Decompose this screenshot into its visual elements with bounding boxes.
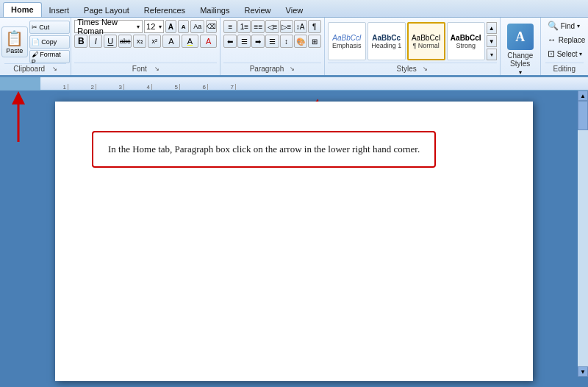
editing-section-label: Editing (545, 63, 584, 73)
numbering-button[interactable]: 1≡ (237, 20, 251, 33)
clipboard-expand-arrow[interactable]: ↘ (52, 65, 57, 72)
document-page: In the Home tab, Paragraph box click on … (55, 102, 533, 381)
subscript-button[interactable]: x₂ (133, 35, 146, 48)
copy-button[interactable]: 📄 Copy (29, 35, 70, 49)
styles-section-label: Styles↘ (328, 63, 497, 73)
app-window: Home Insert Page Layout References Maili… (0, 0, 588, 387)
gallery-expand-button[interactable]: ▾ (487, 49, 497, 60)
highlight-button[interactable]: A (182, 35, 198, 48)
clipboard-tools: 📋 Paste ✂ Cut 📄 Copy 🖌 Format P... (1, 20, 70, 63)
scrollbar-up-button[interactable]: ▲ (578, 90, 588, 101)
styles-section: AaBbCcl Emphasis AaBbCc Heading 1 AaBbCc… (325, 18, 501, 75)
decrease-indent-button[interactable]: ◁≡ (265, 20, 279, 33)
tab-references[interactable]: References (137, 4, 193, 17)
line-spacing-button[interactable]: ↕ (280, 35, 293, 48)
strikethrough-button[interactable]: abc (118, 35, 132, 48)
paragraph-section: ≡ 1≡ ≡≡ ◁≡ ▷≡ ↕A ¶ ⬅ ☰ ➡ ☰ ↕ 🎨 ⊞ (220, 18, 324, 75)
bullets-button[interactable]: ≡ (223, 20, 237, 33)
font-expand-arrow[interactable]: ↘ (154, 65, 159, 72)
scrollbar-vertical[interactable]: ▲ ▼ (578, 90, 588, 377)
scrollbar-down-button[interactable]: ▼ (578, 366, 588, 377)
tab-view[interactable]: View (279, 4, 311, 17)
paste-button[interactable]: 📋 Paste (1, 26, 28, 57)
ruler-mark-2: 2 (68, 84, 96, 90)
font-size-dropdown[interactable]: 12▾ (144, 20, 164, 33)
change-styles-arrow: ▾ (519, 69, 522, 76)
tab-page-layout[interactable]: Page Layout (76, 4, 137, 17)
select-arrow: ▾ (579, 51, 582, 57)
sort-button[interactable]: ↕A (294, 20, 307, 33)
clipboard-label: Clipboard↘ (4, 63, 66, 73)
scrollbar-track (578, 101, 588, 366)
bold-button[interactable]: B (74, 35, 87, 48)
ruler-mark-5: 5 (152, 84, 180, 90)
paste-container: 📋 Paste (1, 26, 28, 57)
clear-format-button[interactable]: ⌫ (206, 20, 217, 33)
style-normal[interactable]: AaBbCcI ¶ Normal (407, 22, 445, 60)
find-arrow: ▾ (577, 23, 580, 29)
align-center-button[interactable]: ☰ (237, 35, 251, 48)
paragraph-expand-arrow[interactable]: ↘ (290, 65, 295, 72)
tab-mailings[interactable]: Mailings (193, 4, 237, 17)
shading-button[interactable]: 🎨 (294, 35, 307, 48)
normal-label: ¶ Normal (413, 42, 440, 49)
style-heading1[interactable]: AaBbCc Heading 1 (368, 22, 406, 60)
para-row-2: ⬅ ☰ ➡ ☰ ↕ 🎨 ⊞ (223, 35, 320, 48)
ruler-marks: 1 2 3 4 5 6 7 (40, 77, 236, 90)
scrollbar-thumb[interactable] (578, 101, 588, 130)
italic-button[interactable]: I (89, 35, 102, 48)
heading1-sample: AaBbCc (372, 34, 401, 42)
ruler-mark-4: 4 (124, 84, 152, 90)
font-row-1: Times New Roman▾ 12▾ A A Aa ⌫ (74, 20, 217, 33)
justify-button[interactable]: ☰ (265, 35, 279, 48)
border-button[interactable]: ⊞ (308, 35, 321, 48)
text-effects-button[interactable]: A (162, 35, 179, 48)
paste-icon: 📋 (5, 29, 24, 47)
find-button[interactable]: 🔍 Find▾ (545, 20, 584, 32)
font-color-button[interactable]: A (200, 35, 217, 48)
emphasis-label: Emphasis (332, 42, 362, 49)
show-marks-button[interactable]: ¶ (308, 20, 321, 33)
styles-expand-arrow[interactable]: ↘ (423, 65, 428, 72)
multilevel-button[interactable]: ≡≡ (251, 20, 265, 33)
tab-review[interactable]: Review (237, 4, 278, 17)
superscript-button[interactable]: x² (148, 35, 161, 48)
font-name-dropdown[interactable]: Times New Roman▾ (74, 20, 143, 33)
style-emphasis[interactable]: AaBbCcl Emphasis (328, 22, 366, 60)
gallery-up-button[interactable]: ▲ (487, 22, 497, 34)
change-styles-label: ChangeStyles (507, 52, 533, 68)
editing-buttons: 🔍 Find▾ ↔ Replace ⊡ Select▾ (545, 20, 584, 63)
font-section-label: Font↘ (74, 63, 217, 73)
strong-label: Strong (456, 42, 476, 49)
annotation-box: In the Home tab, Paragraph box click on … (92, 131, 436, 168)
change-styles-button[interactable]: A ChangeStyles ▾ (503, 20, 537, 79)
cut-button[interactable]: ✂ Cut (29, 21, 70, 34)
format-painter-button[interactable]: 🖌 Format P... (29, 50, 70, 63)
clip-sub-buttons: ✂ Cut 📄 Copy 🖌 Format P... (29, 21, 70, 63)
align-left-button[interactable]: ⬅ (223, 35, 237, 48)
increase-font-button[interactable]: A (165, 20, 176, 33)
select-button[interactable]: ⊡ Select▾ (545, 48, 584, 60)
gallery-arrows: ▲ ▼ ▾ (487, 22, 497, 60)
font-row-2: B I U abc x₂ x² A A A (74, 35, 217, 48)
tab-insert[interactable]: Insert (42, 4, 77, 17)
change-case-button[interactable]: Aa (190, 20, 204, 33)
paste-label: Paste (6, 47, 23, 54)
style-gallery: AaBbCcl Emphasis AaBbCc Heading 1 AaBbCc… (328, 20, 497, 63)
ruler-margin-left (0, 77, 40, 90)
increase-indent-button[interactable]: ▷≡ (280, 20, 293, 33)
normal-sample: AaBbCcI (412, 34, 440, 42)
style-strong[interactable]: AaBbCcI Strong (447, 22, 485, 60)
change-styles-section: A ChangeStyles ▾ (501, 18, 541, 75)
ruler-mark-7: 7 (208, 84, 236, 90)
ribbon: 📋 Paste ✂ Cut 📄 Copy 🖌 Format P... Clipb… (0, 18, 588, 77)
decrease-font-button[interactable]: A (178, 20, 189, 33)
gallery-down-button[interactable]: ▼ (487, 35, 497, 47)
select-icon: ⊡ (548, 49, 555, 59)
change-styles-icon: A (507, 24, 534, 50)
replace-button[interactable]: ↔ Replace (545, 34, 584, 46)
underline-button[interactable]: U (104, 35, 117, 48)
ruler-mark-3: 3 (96, 84, 124, 90)
align-right-button[interactable]: ➡ (251, 35, 265, 48)
tab-home[interactable]: Home (3, 2, 42, 17)
